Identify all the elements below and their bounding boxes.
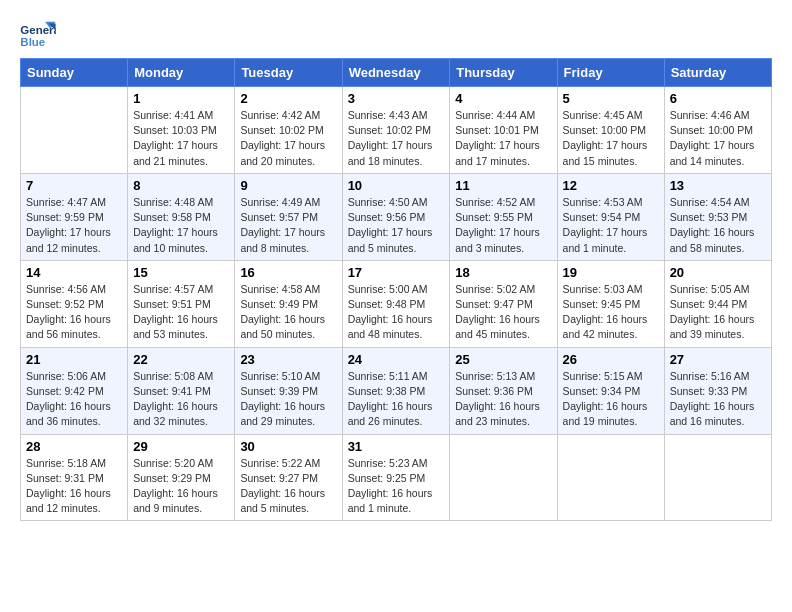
svg-text:Blue: Blue — [20, 36, 45, 48]
day-info: Sunrise: 4:53 AM Sunset: 9:54 PM Dayligh… — [563, 195, 659, 256]
calendar-cell: 1Sunrise: 4:41 AM Sunset: 10:03 PM Dayli… — [128, 87, 235, 174]
col-header-sunday: Sunday — [21, 59, 128, 87]
calendar-cell: 10Sunrise: 4:50 AM Sunset: 9:56 PM Dayli… — [342, 173, 450, 260]
calendar-cell: 23Sunrise: 5:10 AM Sunset: 9:39 PM Dayli… — [235, 347, 342, 434]
day-number: 6 — [670, 91, 766, 106]
calendar-cell: 24Sunrise: 5:11 AM Sunset: 9:38 PM Dayli… — [342, 347, 450, 434]
day-number: 3 — [348, 91, 445, 106]
logo: General Blue — [20, 20, 60, 50]
day-info: Sunrise: 4:42 AM Sunset: 10:02 PM Daylig… — [240, 108, 336, 169]
calendar-cell: 7Sunrise: 4:47 AM Sunset: 9:59 PM Daylig… — [21, 173, 128, 260]
day-number: 7 — [26, 178, 122, 193]
calendar-table: SundayMondayTuesdayWednesdayThursdayFrid… — [20, 58, 772, 521]
day-number: 26 — [563, 352, 659, 367]
day-info: Sunrise: 5:08 AM Sunset: 9:41 PM Dayligh… — [133, 369, 229, 430]
calendar-cell: 5Sunrise: 4:45 AM Sunset: 10:00 PM Dayli… — [557, 87, 664, 174]
day-number: 30 — [240, 439, 336, 454]
week-row-5: 28Sunrise: 5:18 AM Sunset: 9:31 PM Dayli… — [21, 434, 772, 521]
day-info: Sunrise: 4:43 AM Sunset: 10:02 PM Daylig… — [348, 108, 445, 169]
col-header-saturday: Saturday — [664, 59, 771, 87]
calendar-cell: 14Sunrise: 4:56 AM Sunset: 9:52 PM Dayli… — [21, 260, 128, 347]
calendar-cell: 26Sunrise: 5:15 AM Sunset: 9:34 PM Dayli… — [557, 347, 664, 434]
day-number: 19 — [563, 265, 659, 280]
day-number: 29 — [133, 439, 229, 454]
logo-icon: General Blue — [20, 20, 56, 50]
day-info: Sunrise: 5:02 AM Sunset: 9:47 PM Dayligh… — [455, 282, 551, 343]
day-number: 21 — [26, 352, 122, 367]
calendar-cell: 2Sunrise: 4:42 AM Sunset: 10:02 PM Dayli… — [235, 87, 342, 174]
day-info: Sunrise: 5:00 AM Sunset: 9:48 PM Dayligh… — [348, 282, 445, 343]
calendar-cell: 29Sunrise: 5:20 AM Sunset: 9:29 PM Dayli… — [128, 434, 235, 521]
day-number: 18 — [455, 265, 551, 280]
day-info: Sunrise: 4:50 AM Sunset: 9:56 PM Dayligh… — [348, 195, 445, 256]
day-number: 2 — [240, 91, 336, 106]
calendar-header-row: SundayMondayTuesdayWednesdayThursdayFrid… — [21, 59, 772, 87]
calendar-cell: 22Sunrise: 5:08 AM Sunset: 9:41 PM Dayli… — [128, 347, 235, 434]
col-header-thursday: Thursday — [450, 59, 557, 87]
calendar-cell: 6Sunrise: 4:46 AM Sunset: 10:00 PM Dayli… — [664, 87, 771, 174]
calendar-cell — [450, 434, 557, 521]
day-number: 27 — [670, 352, 766, 367]
col-header-tuesday: Tuesday — [235, 59, 342, 87]
calendar-cell: 15Sunrise: 4:57 AM Sunset: 9:51 PM Dayli… — [128, 260, 235, 347]
day-number: 1 — [133, 91, 229, 106]
day-info: Sunrise: 4:58 AM Sunset: 9:49 PM Dayligh… — [240, 282, 336, 343]
week-row-1: 1Sunrise: 4:41 AM Sunset: 10:03 PM Dayli… — [21, 87, 772, 174]
day-info: Sunrise: 4:56 AM Sunset: 9:52 PM Dayligh… — [26, 282, 122, 343]
calendar-cell: 21Sunrise: 5:06 AM Sunset: 9:42 PM Dayli… — [21, 347, 128, 434]
calendar-cell: 27Sunrise: 5:16 AM Sunset: 9:33 PM Dayli… — [664, 347, 771, 434]
calendar-cell: 13Sunrise: 4:54 AM Sunset: 9:53 PM Dayli… — [664, 173, 771, 260]
calendar-cell: 3Sunrise: 4:43 AM Sunset: 10:02 PM Dayli… — [342, 87, 450, 174]
day-info: Sunrise: 4:48 AM Sunset: 9:58 PM Dayligh… — [133, 195, 229, 256]
day-number: 28 — [26, 439, 122, 454]
calendar-cell: 20Sunrise: 5:05 AM Sunset: 9:44 PM Dayli… — [664, 260, 771, 347]
day-info: Sunrise: 4:47 AM Sunset: 9:59 PM Dayligh… — [26, 195, 122, 256]
day-number: 8 — [133, 178, 229, 193]
day-number: 13 — [670, 178, 766, 193]
day-number: 25 — [455, 352, 551, 367]
day-info: Sunrise: 4:54 AM Sunset: 9:53 PM Dayligh… — [670, 195, 766, 256]
calendar-cell: 25Sunrise: 5:13 AM Sunset: 9:36 PM Dayli… — [450, 347, 557, 434]
calendar-cell: 30Sunrise: 5:22 AM Sunset: 9:27 PM Dayli… — [235, 434, 342, 521]
calendar-cell: 18Sunrise: 5:02 AM Sunset: 9:47 PM Dayli… — [450, 260, 557, 347]
day-info: Sunrise: 5:16 AM Sunset: 9:33 PM Dayligh… — [670, 369, 766, 430]
calendar-cell — [664, 434, 771, 521]
day-info: Sunrise: 5:20 AM Sunset: 9:29 PM Dayligh… — [133, 456, 229, 517]
day-info: Sunrise: 5:18 AM Sunset: 9:31 PM Dayligh… — [26, 456, 122, 517]
day-info: Sunrise: 4:49 AM Sunset: 9:57 PM Dayligh… — [240, 195, 336, 256]
day-info: Sunrise: 4:44 AM Sunset: 10:01 PM Daylig… — [455, 108, 551, 169]
day-number: 15 — [133, 265, 229, 280]
day-number: 16 — [240, 265, 336, 280]
day-number: 12 — [563, 178, 659, 193]
day-number: 24 — [348, 352, 445, 367]
day-number: 11 — [455, 178, 551, 193]
day-info: Sunrise: 4:57 AM Sunset: 9:51 PM Dayligh… — [133, 282, 229, 343]
calendar-cell: 12Sunrise: 4:53 AM Sunset: 9:54 PM Dayli… — [557, 173, 664, 260]
day-info: Sunrise: 4:52 AM Sunset: 9:55 PM Dayligh… — [455, 195, 551, 256]
col-header-friday: Friday — [557, 59, 664, 87]
day-info: Sunrise: 5:03 AM Sunset: 9:45 PM Dayligh… — [563, 282, 659, 343]
calendar-cell: 28Sunrise: 5:18 AM Sunset: 9:31 PM Dayli… — [21, 434, 128, 521]
day-info: Sunrise: 5:23 AM Sunset: 9:25 PM Dayligh… — [348, 456, 445, 517]
calendar-cell: 16Sunrise: 4:58 AM Sunset: 9:49 PM Dayli… — [235, 260, 342, 347]
week-row-4: 21Sunrise: 5:06 AM Sunset: 9:42 PM Dayli… — [21, 347, 772, 434]
calendar-cell: 19Sunrise: 5:03 AM Sunset: 9:45 PM Dayli… — [557, 260, 664, 347]
day-info: Sunrise: 5:13 AM Sunset: 9:36 PM Dayligh… — [455, 369, 551, 430]
day-info: Sunrise: 5:11 AM Sunset: 9:38 PM Dayligh… — [348, 369, 445, 430]
day-number: 23 — [240, 352, 336, 367]
day-number: 17 — [348, 265, 445, 280]
day-info: Sunrise: 5:10 AM Sunset: 9:39 PM Dayligh… — [240, 369, 336, 430]
day-number: 5 — [563, 91, 659, 106]
col-header-wednesday: Wednesday — [342, 59, 450, 87]
day-info: Sunrise: 5:05 AM Sunset: 9:44 PM Dayligh… — [670, 282, 766, 343]
day-number: 4 — [455, 91, 551, 106]
calendar-body: 1Sunrise: 4:41 AM Sunset: 10:03 PM Dayli… — [21, 87, 772, 521]
calendar-cell — [21, 87, 128, 174]
week-row-3: 14Sunrise: 4:56 AM Sunset: 9:52 PM Dayli… — [21, 260, 772, 347]
calendar-cell: 4Sunrise: 4:44 AM Sunset: 10:01 PM Dayli… — [450, 87, 557, 174]
day-info: Sunrise: 4:41 AM Sunset: 10:03 PM Daylig… — [133, 108, 229, 169]
calendar-cell: 9Sunrise: 4:49 AM Sunset: 9:57 PM Daylig… — [235, 173, 342, 260]
day-info: Sunrise: 4:46 AM Sunset: 10:00 PM Daylig… — [670, 108, 766, 169]
day-info: Sunrise: 5:06 AM Sunset: 9:42 PM Dayligh… — [26, 369, 122, 430]
day-number: 20 — [670, 265, 766, 280]
